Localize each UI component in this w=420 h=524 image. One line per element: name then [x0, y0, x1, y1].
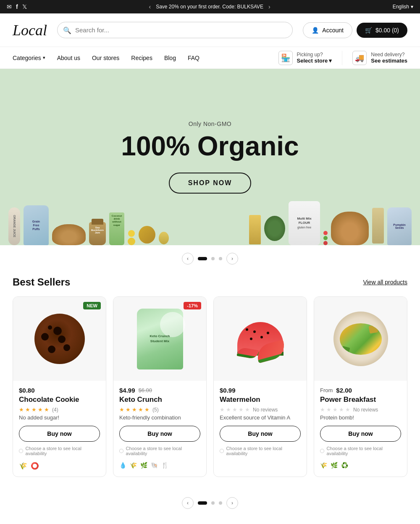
- delivery-icon: 🚚: [352, 51, 367, 65]
- star-5: ★: [44, 406, 49, 413]
- grain-icon: 🌾: [130, 462, 137, 469]
- price-row-4: From $2.00: [320, 387, 401, 394]
- nav-item-about[interactable]: About us: [57, 55, 80, 61]
- store-avail-1: Choose a store to see local availability: [19, 446, 100, 456]
- product-image-3: [214, 297, 307, 381]
- product-info-1: $0.80 Chocolate Cookie ★ ★ ★ ★ ★ (4) No …: [13, 381, 106, 477]
- see-estimates-label: See estimates: [371, 58, 407, 64]
- fork-icon: 🍴: [161, 462, 168, 469]
- account-label: Account: [322, 27, 344, 34]
- review-count-4: No reviews: [353, 407, 378, 413]
- carousel-dot-1[interactable]: [198, 257, 207, 260]
- promo-text: Save 20% on your first order. Code: BULK…: [156, 4, 263, 10]
- avail-dot-4: [320, 449, 324, 453]
- hero-subtitle: Only Non-GMO: [121, 121, 299, 127]
- badge-new-1: NEW: [83, 302, 101, 309]
- buy-button-2[interactable]: Buy now: [119, 426, 200, 442]
- star-3: ★: [32, 406, 37, 413]
- site-header: Local 🔍 👤 Account 🛒 $0.00 (0): [0, 13, 420, 47]
- star-2: ★: [126, 406, 131, 413]
- product-price-3: $0.99: [220, 387, 236, 394]
- pickup-selector[interactable]: 🏪 Picking up? Select store ▾: [278, 51, 332, 65]
- star-2: ★: [326, 406, 331, 413]
- nav-item-categories[interactable]: Categories: [13, 55, 45, 61]
- promo-prev-arrow[interactable]: ‹: [149, 3, 151, 10]
- product-name-4: Power Breakfast: [320, 396, 401, 404]
- buy-button-3[interactable]: Buy now: [220, 426, 301, 442]
- products-prev-button[interactable]: ‹: [182, 497, 194, 509]
- star-4: ★: [239, 406, 244, 413]
- star-4: ★: [38, 406, 43, 413]
- pickup-label: Picking up?: [297, 52, 332, 58]
- shop-now-button[interactable]: SHOP NOW: [169, 173, 252, 194]
- star-2: ★: [25, 406, 30, 413]
- buy-button-1[interactable]: Buy now: [19, 426, 100, 442]
- account-button[interactable]: 👤 Account: [303, 22, 352, 38]
- products-next-button[interactable]: ›: [226, 497, 238, 509]
- store-avail-4: Choose a store to see local availability: [320, 446, 401, 456]
- star-1: ★: [119, 406, 124, 413]
- product-info-2: $4.99 $6.00 Keto Crunch ★ ★ ★ ★ ★ (5) Ke…: [113, 381, 206, 475]
- products-carousel-controls: ‹ ›: [0, 490, 420, 516]
- product-image-4: [314, 297, 407, 381]
- star-1: ★: [19, 406, 24, 413]
- nav-item-faq[interactable]: FAQ: [188, 55, 200, 61]
- star-3: ★: [232, 406, 237, 413]
- carousel-dot-3[interactable]: [219, 257, 222, 260]
- store-avail-label-1: Choose a store to see local availability: [26, 446, 100, 456]
- cart-icon: 🛒: [365, 27, 372, 34]
- search-input[interactable]: [57, 22, 293, 38]
- cart-total: $0.00 (0): [375, 27, 399, 34]
- product-card-4: From $2.00 Power Breakfast ★ ★ ★ ★ ★ No …: [314, 296, 407, 477]
- carousel-next-button[interactable]: ›: [226, 253, 238, 265]
- site-logo[interactable]: Local: [13, 21, 47, 39]
- price-row-2: $4.99 $6.00: [119, 387, 200, 394]
- facebook-icon[interactable]: f: [16, 3, 18, 10]
- store-avail-label-4: Choose a store to see local availability: [327, 446, 401, 456]
- delivery-selector[interactable]: 🚚 Need delivery? See estimates: [352, 51, 407, 65]
- products-dot-1[interactable]: [198, 501, 207, 505]
- star-4: ★: [339, 406, 344, 413]
- buy-button-4[interactable]: Buy now: [320, 426, 401, 442]
- circle-icon: ⭕: [31, 462, 39, 470]
- nav-item-recipes[interactable]: Recipes: [131, 55, 152, 61]
- main-nav: Categories About us Our stores Recipes B…: [0, 47, 420, 69]
- hero-content: Only Non-GMO 100% Organic SHOP NOW: [121, 121, 299, 194]
- carousel-dot-2[interactable]: [211, 257, 215, 260]
- product-info-3: $0.99 Watermelon ★ ★ ★ ★ ★ No reviews Ex…: [214, 381, 307, 469]
- nav-separator: [342, 51, 342, 65]
- products-dot-2[interactable]: [211, 501, 215, 505]
- shell-icon: 🐚: [151, 462, 158, 469]
- avail-dot-1: [19, 449, 23, 453]
- star-5: ★: [345, 406, 350, 413]
- header-actions: 👤 Account 🛒 $0.00 (0): [303, 22, 407, 38]
- gluten-free-icon: 🌾: [320, 462, 327, 469]
- product-card-1: NEW $0.80 Chocolate Cookie ★ ★ ★ ★ ★ (4): [13, 296, 106, 477]
- view-all-link[interactable]: View all products: [363, 279, 407, 286]
- product-card-3: $0.99 Watermelon ★ ★ ★ ★ ★ No reviews Ex…: [213, 296, 307, 477]
- products-dot-3[interactable]: [219, 501, 222, 505]
- product-name-3: Watermelon: [220, 396, 301, 404]
- nav-item-stores[interactable]: Our stores: [92, 55, 119, 61]
- review-count-2: (5): [152, 407, 159, 413]
- cart-button[interactable]: 🛒 $0.00 (0): [357, 23, 407, 38]
- leaf-icon: 🌿: [331, 462, 338, 469]
- promo-next-arrow[interactable]: ›: [268, 3, 270, 10]
- bestsellers-section: Best Sellers View all products NEW $0.80…: [0, 272, 420, 490]
- product-desc-2: Keto-friendly combination: [119, 414, 200, 421]
- carousel-prev-button[interactable]: ‹: [182, 253, 194, 265]
- nav-item-blog[interactable]: Blog: [164, 55, 176, 61]
- language-selector[interactable]: English ▾: [393, 4, 413, 10]
- bestsellers-header: Best Sellers View all products: [13, 276, 407, 288]
- product-desc-4: Protein bomb!: [320, 414, 401, 421]
- twitter-icon[interactable]: 𝕏: [22, 3, 27, 10]
- delivery-info: Need delivery? See estimates: [371, 52, 407, 64]
- product-name-1: Chocolate Cookie: [19, 396, 100, 404]
- product-desc-3: Excellent source of Vitamin A: [220, 414, 301, 421]
- select-store-label: Select store ▾: [297, 58, 332, 64]
- chevron-down-icon: ▾: [411, 4, 413, 10]
- badge-discount-2: -17%: [184, 302, 201, 309]
- email-icon[interactable]: ✉: [7, 3, 12, 10]
- products-grid: NEW $0.80 Chocolate Cookie ★ ★ ★ ★ ★ (4): [13, 296, 407, 477]
- product-stars-3: ★ ★ ★ ★ ★ No reviews: [220, 406, 301, 413]
